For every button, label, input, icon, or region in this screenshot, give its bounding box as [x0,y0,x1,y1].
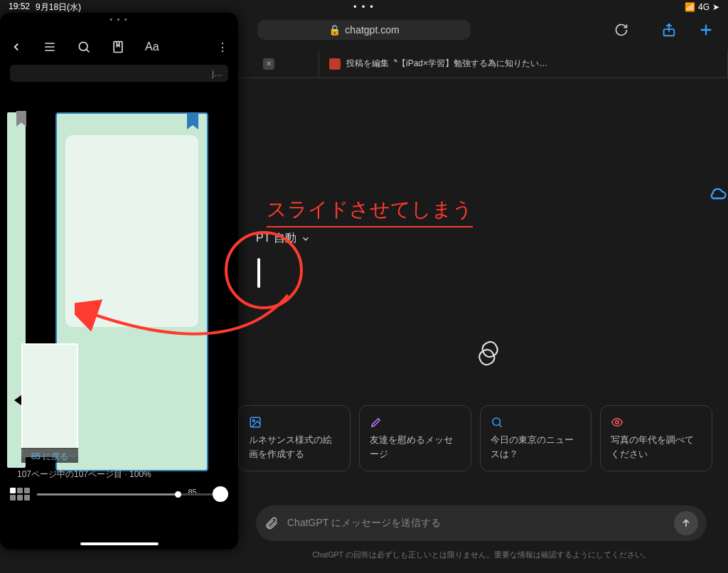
pen-icon [370,416,461,429]
send-button[interactable] [674,511,698,535]
url-box[interactable]: 🔒 chatgpt.com [257,20,470,40]
slideover-handle-icon[interactable]: • • • [0,13,238,29]
bookmark-ribbon-icon[interactable] [187,112,198,129]
search-icon [491,416,582,429]
lock-icon: 🔒 [328,24,341,36]
suggestion-text: 友達を慰めるメッセージ [370,433,461,461]
slider-thumb[interactable] [213,486,228,502]
cloud-sync-icon[interactable] [708,183,728,203]
url-label: chatgpt.com [345,24,399,36]
eye-icon [611,416,702,429]
svg-rect-7 [114,42,122,53]
text-cursor-icon [257,258,260,288]
reader-info-suffix: j… [212,68,223,78]
chatgpt-logo-icon [473,338,504,369]
close-tab-icon[interactable]: ✕ [263,58,274,70]
bookmark-toggle-icon[interactable] [111,40,125,54]
suggestion-text: 写真の年代を調べてください [611,433,702,461]
page-slider[interactable] [37,493,228,496]
tab-other[interactable]: 投稿を編集〝【iPad×学習】勉強する為に知りたい… [319,50,728,77]
toc-icon[interactable] [43,40,57,54]
tab-label: 投稿を編集〝【iPad×学習】勉強する為に知りたい… [346,58,547,70]
reader-toolbar: Aa ⋮ [0,29,238,65]
location-icon: ➤ [712,2,719,12]
more-icon[interactable]: ⋮ [217,41,228,54]
suggestion-card-3[interactable]: 今日の東京のニュースは？ [480,405,592,471]
reader-info-bar: j… [10,65,228,82]
slider-marker [175,491,181,498]
reader-footer: 107ページ中の107ページ目 · 100% 85 107 [0,464,238,550]
suggestion-text: 今日の東京のニュースは？ [491,433,582,461]
slider-fill [37,493,175,496]
back-icon[interactable] [10,41,23,53]
annotation-circle [225,231,303,309]
svg-point-4 [493,418,500,426]
home-indicator[interactable] [80,542,159,545]
reader-slideover-app: • • • Aa ⋮ j… 85 に戻る 107ページ中の107ページ目 · 1… [0,13,238,550]
site-icon [329,58,341,70]
attach-icon[interactable] [264,516,279,530]
annotation-text: スライドさせてしまう [267,196,473,227]
search-icon[interactable] [77,40,91,54]
suggestion-row: ルネサンス様式の絵画を作成する 友達を慰めるメッセージ 今日の東京のニュースは？… [238,405,712,471]
ios-status-bar: 19:52 9月18日(水) • • • 📶 4G ➤ [0,0,728,14]
disclaimer-text: ChatGPT の回答は必ずしも正しいとは限りません。重要な情報は確認するように… [256,550,707,560]
status-time: 19:52 [9,1,30,14]
page-info-label: 107ページ中の107ページ目 · 100% [17,468,228,481]
signal-icon: 📶 [685,2,695,12]
suggestion-card-1[interactable]: ルネサンス様式の絵画を作成する [238,405,350,471]
status-date: 9月18日(水) [36,1,81,14]
current-page[interactable] [55,112,208,471]
suggestion-text: ルネサンス様式の絵画を作成する [249,433,340,461]
svg-point-6 [79,42,87,50]
share-icon[interactable] [661,22,677,38]
image-icon [249,416,340,429]
multitask-dots-icon[interactable]: • • • [353,2,374,12]
return-to-page-button[interactable]: 85 に戻る [21,448,78,463]
chat-input-bar[interactable]: ChatGPT にメッセージを送信する [256,505,707,541]
suggestion-card-4[interactable]: 写真の年代を調べてください [600,405,712,471]
page-thumbnail[interactable] [21,343,78,457]
suggestion-card-2[interactable]: 友達を慰めるメッセージ [359,405,471,471]
chat-input-placeholder: ChatGPT にメッセージを送信する [287,517,665,530]
page-content-block [65,135,198,327]
font-settings-icon[interactable]: Aa [145,41,159,53]
grid-view-icon[interactable] [10,488,30,500]
svg-point-5 [616,421,619,424]
reload-icon[interactable] [614,23,628,37]
chevron-down-icon [301,234,311,244]
svg-point-3 [252,419,255,422]
network-label: 4G [698,2,710,12]
new-tab-icon[interactable] [698,22,714,38]
